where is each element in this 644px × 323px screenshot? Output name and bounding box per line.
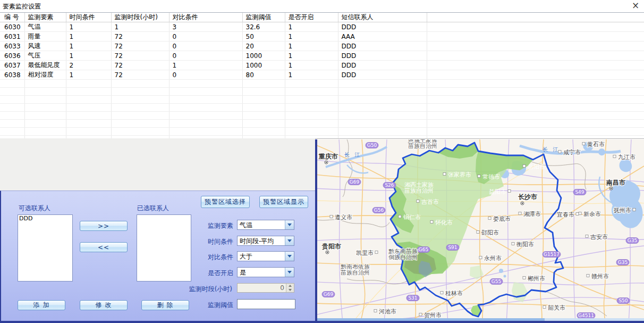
list-item[interactable]: DDD	[18, 215, 72, 222]
table-cell: 2	[66, 61, 111, 70]
add-button[interactable]: 添 加	[18, 300, 65, 310]
table-row[interactable]: 6030气温11332.61DDD	[0, 22, 644, 32]
table-row[interactable]: 6031雨量1720501AAA	[0, 32, 644, 42]
move-right-button[interactable]: >>	[80, 221, 128, 231]
spin-down-icon[interactable]	[286, 288, 294, 292]
table-cell: 气压	[24, 51, 66, 61]
table-empty-row[interactable]	[0, 96, 644, 104]
map-label: 永州市	[484, 255, 502, 262]
table-empty-row[interactable]	[0, 112, 644, 120]
threshold-input[interactable]	[237, 299, 295, 309]
compare-value: 大于	[240, 252, 252, 261]
compare-label: 对比条件	[173, 253, 233, 262]
table-cell: 最低能见度	[24, 61, 66, 70]
table-cell-filler	[427, 128, 644, 136]
table-cell	[111, 128, 169, 136]
table-cell	[285, 104, 338, 112]
table-cell: DDD	[338, 70, 427, 80]
spin-up-icon[interactable]	[286, 284, 294, 288]
map-label: 桂林市	[445, 290, 463, 297]
enabled-select[interactable]: 是	[237, 267, 294, 277]
column-header[interactable]: 监测阈值	[242, 13, 285, 22]
enabled-label: 是否开启	[173, 269, 233, 278]
window-title: 要素监控设置	[3, 2, 41, 11]
column-header[interactable]: 短信联系人	[338, 13, 427, 22]
table-cell-filler	[427, 96, 644, 104]
map-label: 长沙市	[518, 193, 537, 201]
table-cell: 1000	[242, 61, 285, 70]
chevron-down-icon[interactable]	[285, 236, 294, 245]
selected-contacts-label: 已选联系人	[137, 204, 169, 213]
chevron-down-icon[interactable]	[285, 252, 294, 261]
move-left-button[interactable]: <<	[80, 242, 128, 252]
table-cell	[66, 112, 111, 120]
titlebar: 要素监控设置 ×	[0, 0, 644, 12]
table-cell: 50	[242, 32, 285, 42]
city-marker-icon	[523, 165, 526, 168]
table-cell-filler	[427, 104, 644, 112]
table-cell: 32.6	[242, 22, 285, 32]
table-cell: 1	[66, 42, 111, 51]
compare-select[interactable]: 大于	[237, 251, 294, 261]
table-cell: 1	[285, 42, 338, 51]
map-canvas[interactable]: G50G69S26G56S49S91G65G1517G35G35G55G69S3…	[317, 139, 644, 323]
column-header[interactable]: 监测要素	[24, 13, 66, 22]
table-cell	[242, 80, 285, 88]
table-empty-row[interactable]	[0, 120, 644, 128]
road-badge-label: G4511	[578, 313, 594, 318]
table-row[interactable]: 6038相对湿度1720801DDD	[0, 70, 644, 80]
warning-area-select-button[interactable]: 预警区域选择	[201, 196, 250, 208]
table-cell: 1	[285, 32, 338, 42]
map-view[interactable]: G50G69S26G56S49S91G65G1517G35G35G55G69S3…	[315, 139, 644, 323]
road-badge-label: S50	[618, 298, 628, 303]
table-cell	[24, 128, 66, 136]
chevron-down-icon[interactable]	[285, 268, 294, 277]
column-header[interactable]: 监测时段(小时)	[111, 13, 169, 22]
table-cell	[285, 88, 338, 96]
available-contacts-label: 可选联系人	[19, 204, 50, 213]
table-empty-row[interactable]	[0, 128, 644, 136]
table-cell	[24, 80, 66, 88]
table-empty-row[interactable]	[0, 80, 644, 88]
table-cell: 0	[169, 42, 242, 51]
column-header[interactable]: 编 号	[0, 13, 24, 22]
modify-button[interactable]: 修 改	[80, 300, 128, 310]
period-spinner[interactable]: 0	[237, 283, 294, 293]
column-header[interactable]: 对比条件	[169, 13, 242, 22]
table-cell: DDD	[338, 61, 427, 70]
chevron-down-icon[interactable]	[285, 220, 294, 229]
table-cell	[169, 80, 242, 88]
warning-area-show-button[interactable]: 预警区域显示	[259, 196, 308, 208]
monitor-table[interactable]: 编 号监测要素时间条件监测时段(小时)对比条件监测阈值是否开启短信联系人 603…	[0, 13, 644, 139]
table-row[interactable]: 6036气压172010001DDD	[0, 51, 644, 61]
column-header[interactable]: 是否开启	[285, 13, 338, 22]
settings-panel: 可选联系人 已选联系人 DDD >> << 添 加 修 改 删 除 预警区域选择…	[0, 191, 315, 321]
time-cond-select[interactable]: 时间段-平均	[237, 236, 294, 246]
table-cell: 1000	[242, 51, 285, 61]
capital-marker-dot	[326, 162, 327, 163]
column-header[interactable]: 时间条件	[66, 13, 111, 22]
available-contacts-list[interactable]: DDD	[18, 214, 73, 281]
table-cell: 6037	[0, 61, 24, 70]
city-marker-icon	[399, 216, 401, 218]
table-cell	[0, 104, 24, 112]
close-icon[interactable]: ×	[631, 0, 640, 11]
table-cell	[0, 112, 24, 120]
table-cell: 72	[111, 32, 169, 42]
city-marker-icon	[582, 143, 585, 145]
table-cell	[338, 128, 427, 136]
element-select[interactable]: 气温	[237, 220, 294, 230]
table-cell	[24, 120, 66, 128]
table-cell	[169, 128, 242, 136]
table-cell	[169, 88, 242, 96]
map-label: 九江市	[618, 154, 635, 161]
table-row[interactable]: 6033风速1720201DDD	[0, 42, 644, 51]
table-empty-row[interactable]	[0, 88, 644, 96]
monitor-table-wrap: 编 号监测要素时间条件监测时段(小时)对比条件监测阈值是否开启短信联系人 603…	[0, 12, 644, 139]
table-row[interactable]: 6037最低能见度272110001DDD	[0, 61, 644, 70]
table-empty-row[interactable]	[0, 104, 644, 112]
map-label: 常德市	[482, 173, 500, 180]
map-label: 邵阳市	[481, 229, 499, 236]
map-label: 吉首市	[421, 198, 439, 205]
road-badge-label: S31	[408, 295, 417, 301]
